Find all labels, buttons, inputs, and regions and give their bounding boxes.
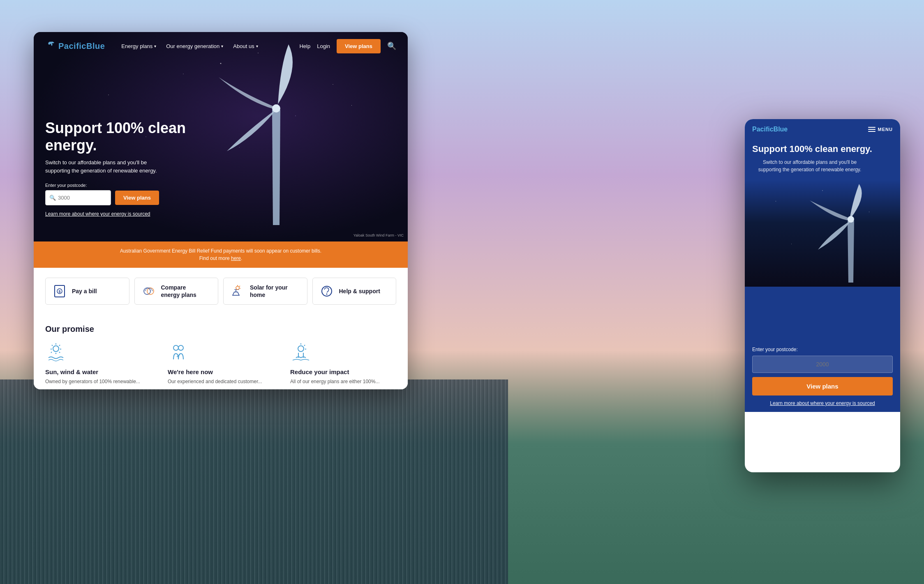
bg-solar-panels	[0, 379, 508, 584]
svg-line-10	[239, 286, 240, 287]
svg-point-13	[326, 294, 327, 295]
svg-point-26	[298, 346, 304, 352]
desktop-nav: PacificBlue Energy plans ▾ Our energy ge…	[34, 32, 408, 60]
mobile-postcode-section: Enter your postcode: View plans Learn mo…	[745, 341, 900, 412]
nav-energy-generation[interactable]: Our energy generation ▾	[166, 43, 223, 49]
desktop-window: PacificBlue Energy plans ▾ Our energy ge…	[34, 32, 408, 389]
sun-wind-water-icon	[45, 342, 67, 363]
compare-label: Compareenergy plans	[161, 284, 196, 299]
postcode-label: Enter your postcode:	[45, 183, 201, 188]
desktop-hero: PacificBlue Energy plans ▾ Our energy ge…	[34, 32, 408, 241]
reduce-icon	[290, 342, 312, 363]
solar-icon	[230, 284, 245, 299]
chevron-down-icon: ▾	[154, 44, 156, 48]
help-support-label: Help & support	[339, 287, 380, 295]
promise-card-here-now: We're here now Our experienced and dedic…	[168, 342, 274, 385]
hero-content: Support 100% clean energy. Switch to our…	[45, 120, 201, 217]
mobile-postcode-input[interactable]	[752, 356, 893, 373]
hamburger-icon	[868, 127, 875, 132]
svg-line-20	[51, 352, 52, 353]
logo-bird-icon	[45, 40, 57, 52]
svg-line-28	[304, 345, 305, 346]
pay-bill-label: Pay a bill	[72, 287, 97, 295]
mobile-nav: PacificBlue MENU	[745, 119, 900, 140]
menu-label: MENU	[878, 127, 893, 132]
mobile-view-plans-button[interactable]: View plans	[752, 377, 893, 395]
promise-card-sun-wind: Sun, wind & water Owned by generators of…	[45, 342, 151, 385]
logo-text: PacificBlue	[58, 41, 105, 51]
mobile-window: PacificBlue MENU Support 100% clean ener…	[745, 119, 900, 472]
mobile-hero-subtitle: Switch to our affordable plans and you'l…	[752, 159, 867, 173]
chevron-down-icon: ▾	[221, 44, 223, 48]
nav-view-plans-button[interactable]: View plans	[337, 39, 381, 53]
nav-help-link[interactable]: Help	[299, 43, 310, 49]
svg-line-16	[59, 345, 60, 346]
nav-energy-plans[interactable]: Energy plans ▾	[121, 43, 156, 49]
learn-more-link[interactable]: Learn more about where your energy is so…	[45, 211, 201, 217]
promise-sun-wind-text: Owned by generators of 100% renewable...	[45, 378, 151, 385]
svg-line-18	[59, 352, 60, 353]
quick-link-help[interactable]: Help & support	[312, 278, 397, 305]
promise-sun-wind-title: Sun, wind & water	[45, 368, 151, 375]
bill-icon: $	[52, 284, 67, 299]
promise-title: Our promise	[45, 324, 396, 334]
postcode-input-wrap: 🔍	[45, 190, 111, 205]
svg-point-32	[848, 216, 854, 223]
logo[interactable]: PacificBlue	[45, 40, 105, 52]
mobile-menu-button[interactable]: MENU	[868, 127, 893, 132]
svg-point-2	[272, 104, 280, 113]
view-plans-button[interactable]: View plans	[115, 191, 159, 205]
hero-subtitle: Switch to our affordable plans and you'l…	[45, 159, 169, 175]
mobile-hero-content: Support 100% clean energy. Switch to our…	[745, 140, 900, 180]
mobile-turbine-icon	[802, 180, 900, 287]
promise-reduce-text: All of our energy plans are either 100%.…	[290, 378, 396, 385]
svg-point-24	[178, 345, 183, 350]
nav-links: Energy plans ▾ Our energy generation ▾ A…	[121, 43, 299, 49]
photo-credit: Yaloak South Wind Farm - VIC	[353, 233, 404, 237]
svg-line-22	[52, 345, 53, 346]
search-icon[interactable]: 🔍	[387, 41, 396, 51]
search-icon: 🔍	[49, 195, 56, 201]
quick-links-section: $ Pay a bill Compareenergy plans	[34, 268, 408, 315]
help-support-icon	[319, 284, 334, 299]
svg-point-23	[173, 345, 178, 350]
mobile-hero-title: Support 100% clean energy.	[752, 144, 893, 154]
postcode-row: 🔍 View plans	[45, 190, 201, 205]
alert-text: Australian Government Energy Bill Relief…	[45, 247, 396, 262]
quick-link-solar[interactable]: Solar for your home	[223, 278, 307, 305]
mobile-hero: PacificBlue MENU Support 100% clean ener…	[745, 119, 900, 341]
promise-card-reduce: Reduce your impact All of our energy pla…	[290, 342, 396, 385]
svg-text:$: $	[58, 290, 60, 294]
promise-reduce-title: Reduce your impact	[290, 368, 396, 375]
alert-banner: Australian Government Energy Bill Relief…	[34, 241, 408, 268]
wind-turbine-icon	[194, 32, 358, 241]
mobile-turbine-area	[745, 180, 900, 287]
alert-link[interactable]: here	[231, 255, 241, 261]
promise-cards: Sun, wind & water Owned by generators of…	[45, 342, 396, 385]
svg-point-14	[53, 346, 59, 352]
nav-login-link[interactable]: Login	[317, 43, 330, 49]
svg-point-8	[236, 286, 239, 290]
promise-here-now-title: We're here now	[168, 368, 274, 375]
quick-link-pay-bill[interactable]: $ Pay a bill	[45, 278, 129, 305]
people-icon	[168, 342, 189, 363]
mobile-learn-more-link[interactable]: Learn more about where your energy is so…	[752, 400, 893, 406]
compare-icon	[141, 284, 156, 299]
promise-section: Our promise Sun, wind &	[34, 315, 408, 389]
hero-title: Support 100% clean energy.	[45, 120, 201, 154]
solar-label: Solar for your home	[250, 284, 300, 299]
mobile-postcode-label: Enter your postcode:	[752, 347, 893, 352]
chevron-down-icon: ▾	[256, 44, 258, 48]
mobile-logo: PacificBlue	[752, 126, 788, 133]
quick-link-compare[interactable]: Compareenergy plans	[134, 278, 219, 305]
svg-marker-30	[848, 221, 854, 283]
promise-here-now-text: Our experienced and dedicated customer..…	[168, 378, 274, 385]
nav-right: Help Login View plans 🔍	[299, 39, 396, 53]
nav-about-us[interactable]: About us ▾	[233, 43, 258, 49]
svg-marker-0	[272, 110, 280, 225]
